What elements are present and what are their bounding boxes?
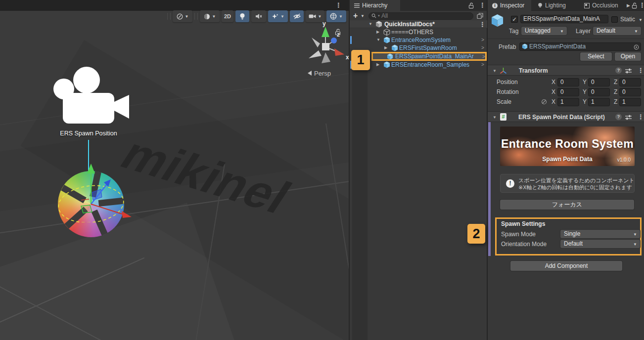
prefab-chevron-icon[interactable]: >	[481, 61, 484, 69]
2d-label: 2D	[224, 13, 231, 19]
foldout-open-icon[interactable]: ▼	[493, 69, 497, 73]
scene-tab-strip: ⋮	[0, 0, 349, 11]
tab-lighting[interactable]: Lighting	[533, 0, 579, 11]
prefab-margin-bar	[350, 36, 352, 44]
toolbar-drag-handle[interactable]	[167, 13, 171, 20]
presets-icon[interactable]	[625, 115, 632, 120]
hierarchy-row[interactable]: ▶ ERSFirstSpawnRoom >	[350, 44, 487, 52]
rotation-z-field[interactable]: 0	[619, 88, 641, 96]
rotation-x-field[interactable]: 0	[557, 88, 579, 96]
prefab-chevron-icon[interactable]: >	[482, 53, 485, 61]
scene-view[interactable]: ⋮ mikinel ERS Spawn Position	[0, 0, 349, 340]
inspector-lock-icon[interactable]	[632, 2, 638, 9]
foldout-open-icon[interactable]: ▼	[368, 20, 372, 28]
hierarchy-search-input[interactable]: ▼ All	[368, 12, 473, 20]
2d-toggle-button[interactable]: 2D	[222, 10, 233, 22]
axis-x-label: X	[552, 98, 555, 105]
info-circle-icon: i	[492, 3, 498, 8]
scale-y-field[interactable]: 1	[588, 98, 610, 106]
rotation-label: Rotation	[497, 88, 519, 95]
scene-audio-toggle-button[interactable]	[251, 10, 266, 22]
create-object-button[interactable]: +	[353, 11, 358, 20]
script-banner: Entrance Room System Spawn Point Data v1…	[500, 127, 635, 166]
scene-menu-icon[interactable]: ⋮	[335, 2, 342, 8]
orientation-mode-label: Orientation Mode	[501, 241, 547, 248]
gizmo-lock-icon[interactable]	[335, 29, 341, 36]
more-tabs-icon[interactable]: ▶	[627, 3, 630, 8]
static-label: Static	[620, 16, 635, 23]
rotation-y-field[interactable]: 0	[588, 88, 610, 96]
foldout-open-icon[interactable]: ▼	[493, 115, 497, 120]
help-icon[interactable]: ?	[615, 67, 622, 74]
prefab-select-button[interactable]: Select	[580, 52, 612, 61]
scene-row-menu-icon[interactable]: ⋮	[479, 21, 486, 28]
inspector-menu-icon[interactable]: ⋮	[639, 2, 644, 8]
axis-z-label: Z	[614, 79, 617, 85]
prefab-chevron-icon[interactable]: >	[481, 36, 484, 44]
hierarchy-row[interactable]: ▶ =====OTHERS	[350, 28, 487, 36]
script-menu-icon[interactable]: ⋮	[638, 114, 644, 120]
create-object-caret-icon[interactable]: ▼	[361, 14, 365, 18]
hierarchy-lock-icon[interactable]	[468, 2, 474, 9]
active-checkbox[interactable]: ✓	[511, 16, 518, 23]
shaded-mode-icon	[204, 13, 210, 20]
projection-toggle[interactable]: Persp	[308, 70, 331, 77]
banner-title: Entrance Room System	[500, 137, 635, 151]
shading-mode-button[interactable]: ▼	[200, 10, 220, 22]
hierarchy-row[interactable]: ▶ ERSEntranceRoom_Samples >	[350, 61, 487, 69]
script-header[interactable]: ▼ # ERS Spawn Point Data (Script) ? ⋮	[488, 111, 644, 122]
dropdown-caret-icon: ▼	[185, 14, 189, 19]
position-x-field[interactable]: 0	[557, 78, 579, 86]
position-z-field[interactable]: 0	[619, 78, 641, 86]
scale-x-field[interactable]: 1	[557, 98, 579, 106]
hierarchy-row-scene[interactable]: ▼ QuickInstallDocs* ⋮	[350, 20, 487, 28]
add-component-button[interactable]: Add Component	[510, 261, 622, 271]
foldout-open-icon[interactable]: ▼	[376, 36, 380, 44]
scene-effects-button[interactable]: ▼	[268, 10, 288, 22]
foldout-closed-icon[interactable]: ▶	[376, 28, 379, 36]
prefab-object-field[interactable]: ERSSpawnPointData	[519, 42, 641, 51]
unlinked-scale-icon[interactable]	[541, 99, 547, 105]
prefab-chevron-icon[interactable]: >	[481, 44, 484, 52]
tab-occlusion[interactable]: Occlusion	[580, 0, 624, 11]
prefab-expand-caret-icon[interactable]: ▼	[497, 23, 500, 27]
presets-icon[interactable]	[625, 68, 632, 74]
transform-menu-icon[interactable]: ⋮	[638, 67, 644, 74]
orientation-gizmo[interactable]: y z x	[301, 20, 349, 69]
transform-header[interactable]: ▼ Transform ? ⋮	[488, 65, 644, 76]
scale-z-field[interactable]: 1	[619, 98, 641, 106]
foldout-closed-icon[interactable]: ▶	[376, 61, 379, 69]
foldout-closed-icon[interactable]: ▶	[384, 44, 387, 52]
help-icon[interactable]: ?	[615, 114, 622, 120]
toolbar-drag-handle[interactable]	[194, 13, 198, 20]
spawn-mode-dropdown[interactable]: Single▼	[560, 230, 640, 238]
hierarchy-row-selected[interactable]: ERSSpawnPointData_MainAr >	[350, 52, 487, 61]
position-y-field[interactable]: 0	[588, 78, 610, 86]
focus-button[interactable]: フォーカス	[500, 200, 634, 210]
tab-hierarchy[interactable]: Hierarchy	[350, 0, 400, 11]
layer-dropdown[interactable]: Default▼	[593, 27, 641, 35]
save-search-icon[interactable]	[477, 13, 483, 19]
static-caret-icon[interactable]: ▼	[639, 18, 643, 22]
camera-gizmo-icon[interactable]	[48, 63, 133, 128]
position-label: Position	[497, 79, 518, 85]
hierarchy-menu-icon[interactable]: ⋮	[479, 2, 486, 8]
axis-x-cone[interactable]	[334, 48, 344, 56]
axis-y-cone[interactable]	[322, 27, 329, 37]
info-line-2: ※X軸とZ軸の回転は自動的に0に固定されます	[518, 184, 632, 191]
view-options-button[interactable]: ▼	[173, 10, 192, 22]
object-picker-icon[interactable]	[634, 44, 639, 50]
callout-step-1-badge: 1	[351, 50, 370, 70]
move-gizmo[interactable]	[49, 161, 138, 222]
hierarchy-row[interactable]: ▼ EntranceRoomSystem >	[350, 36, 487, 44]
prefab-open-button[interactable]: Open	[615, 52, 641, 61]
orientation-mode-dropdown[interactable]: Default▼	[560, 240, 640, 248]
hierarchy-tab-strip: Hierarchy ⋮	[350, 0, 487, 11]
tag-dropdown[interactable]: Untagged▼	[521, 27, 567, 35]
spawn-settings-title: Spawn Settings	[501, 220, 545, 227]
axis-z-ball[interactable]	[331, 38, 337, 43]
gameobject-name-field[interactable]: ERSSpawnPointData_MainA	[520, 15, 608, 23]
scene-lighting-toggle-button[interactable]	[235, 10, 249, 22]
tab-inspector[interactable]: i Inspector	[488, 0, 531, 11]
static-checkbox[interactable]	[611, 16, 618, 23]
